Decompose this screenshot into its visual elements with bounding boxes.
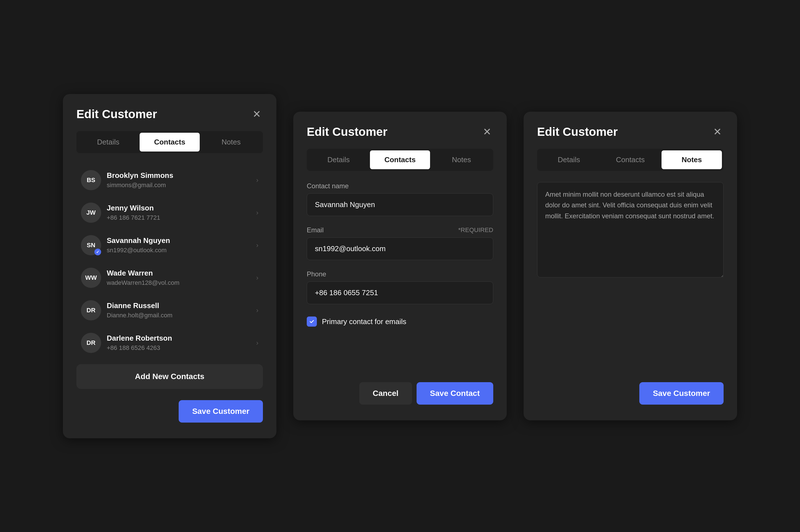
tab-details-3[interactable]: Details xyxy=(539,150,599,169)
tab-details-2[interactable]: Details xyxy=(308,150,369,169)
avatar: SN ✓ xyxy=(81,235,101,255)
modal-3-title: Edit Customer xyxy=(537,125,618,139)
modal-2-header: Edit Customer ✕ xyxy=(307,125,493,139)
avatar: WW xyxy=(81,268,101,288)
avatar: BS xyxy=(81,170,101,190)
tab-contacts-3[interactable]: Contacts xyxy=(600,150,661,169)
chevron-right-icon: › xyxy=(256,306,258,314)
modal-3-close-button[interactable]: ✕ xyxy=(711,126,724,138)
tab-notes-2[interactable]: Notes xyxy=(431,150,492,169)
list-item[interactable]: DR Darlene Robertson +86 188 6526 4263 › xyxy=(76,327,263,359)
avatar: JW xyxy=(81,203,101,223)
cancel-button[interactable]: Cancel xyxy=(359,382,412,405)
contact-name-input[interactable] xyxy=(307,193,493,216)
email-required-indicator: *REQUIRED xyxy=(458,226,493,234)
save-contact-button[interactable]: Save Contact xyxy=(417,382,493,405)
modal-2-footer: Cancel Save Contact xyxy=(307,371,493,405)
email-input[interactable] xyxy=(307,238,493,260)
selected-check-icon: ✓ xyxy=(94,249,101,255)
tab-contacts-2[interactable]: Contacts xyxy=(370,150,430,169)
modal-1-title: Edit Customer xyxy=(76,108,157,121)
modal-1-close-button[interactable]: ✕ xyxy=(251,108,263,120)
chevron-right-icon: › xyxy=(256,274,258,282)
add-new-contacts-button[interactable]: Add New Contacts xyxy=(76,364,263,389)
email-label: Email xyxy=(307,226,324,234)
save-customer-button-1[interactable]: Save Customer xyxy=(179,400,263,422)
list-item[interactable]: WW Wade Warren wadeWarren128@vol.com › xyxy=(76,262,263,293)
modal-2-tab-group: Details Contacts Notes xyxy=(307,149,493,171)
modal-3-tab-group: Details Contacts Notes xyxy=(537,149,724,171)
edit-customer-modal-2: Edit Customer ✕ Details Contacts Notes C… xyxy=(293,112,507,420)
chevron-right-icon: › xyxy=(256,176,258,184)
contact-name-label: Contact name xyxy=(307,182,493,190)
list-item[interactable]: JW Jenny Wilson +86 186 7621 7721 › xyxy=(76,197,263,228)
modal-2-title: Edit Customer xyxy=(307,125,387,139)
contact-list: BS Brooklyn Simmons simmons@gmail.com › … xyxy=(76,165,263,389)
chevron-right-icon: › xyxy=(256,209,258,216)
modal-2-close-button[interactable]: ✕ xyxy=(481,126,493,138)
save-customer-button-3[interactable]: Save Customer xyxy=(639,382,724,405)
modal-1-header: Edit Customer ✕ xyxy=(76,108,263,121)
modal-1-tab-group: Details Contacts Notes xyxy=(76,131,263,153)
edit-customer-modal-3: Edit Customer ✕ Details Contacts Notes A… xyxy=(524,112,737,420)
avatar: DR xyxy=(81,300,101,320)
modal-3-footer: Save Customer xyxy=(537,371,724,405)
primary-email-label: Primary contact for emails xyxy=(322,317,406,326)
email-group: Email *REQUIRED xyxy=(307,226,493,260)
primary-email-checkbox-row: Primary contact for emails xyxy=(307,317,493,327)
primary-email-checkbox[interactable] xyxy=(307,317,317,327)
modal-3-header: Edit Customer ✕ xyxy=(537,125,724,139)
phone-label: Phone xyxy=(307,270,493,278)
contact-name-group: Contact name xyxy=(307,182,493,216)
tab-details-1[interactable]: Details xyxy=(78,133,139,152)
tab-notes-3[interactable]: Notes xyxy=(661,150,722,169)
chevron-right-icon: › xyxy=(256,339,258,347)
tab-contacts-1[interactable]: Contacts xyxy=(140,133,200,152)
list-item[interactable]: SN ✓ Savannah Nguyen sn1992@outlook.com … xyxy=(76,229,263,261)
list-item[interactable]: BS Brooklyn Simmons simmons@gmail.com › xyxy=(76,165,263,196)
edit-customer-modal-1: Edit Customer ✕ Details Contacts Notes B… xyxy=(63,94,276,438)
tab-notes-1[interactable]: Notes xyxy=(201,133,261,152)
phone-group: Phone xyxy=(307,270,493,304)
avatar: DR xyxy=(81,333,101,353)
list-item[interactable]: DR Dianne Russell Dianne.holt@gmail.com … xyxy=(76,294,263,326)
modal-1-footer: Save Customer xyxy=(76,389,263,422)
chevron-right-icon: › xyxy=(256,241,258,249)
phone-input[interactable] xyxy=(307,281,493,304)
notes-textarea[interactable]: Amet minim mollit non deserunt ullamco e… xyxy=(537,182,724,278)
